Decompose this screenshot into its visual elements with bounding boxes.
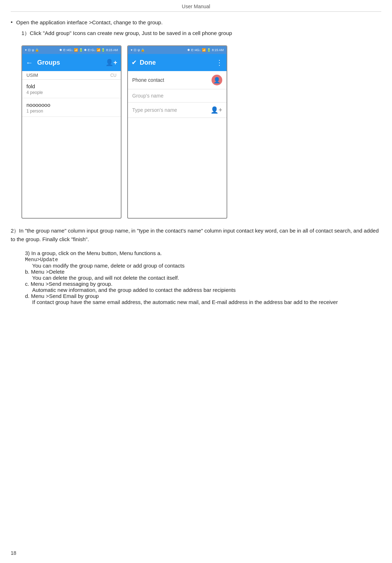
phone-right: ▾ ⊡ ψ 🔒 ✱ E↑4G↓ 📶 🔋 8:15 AM ✔ Done ⋮ Pho…	[127, 45, 227, 219]
section-3-block: 3) In a group, click on the Menu button,…	[11, 250, 381, 305]
back-arrow-icon[interactable]: ←	[26, 59, 33, 67]
menu-delete-container: b. Menu >Delete	[25, 269, 381, 275]
menu-send-msg-container: c. Menu >Send messaging by group.	[25, 281, 381, 287]
battery-icon: 🔋	[79, 48, 83, 52]
list-item[interactable]: fold 4 people	[22, 80, 121, 98]
contact-avatar-icon: 👤	[212, 75, 222, 85]
bluetooth-icon: ✱	[59, 48, 62, 52]
section-3-intro-text: 3) In a group, click on the Menu button,…	[25, 250, 162, 256]
bullet-dot: •	[11, 19, 13, 25]
right-status-bar: ▾ ⊡ ψ 🔒 ✱ E↑4G↓ 📶 🔋 8:15 AM	[128, 46, 227, 54]
wifi-icon-r: ▾	[131, 48, 133, 52]
nooooooo-item-sub: 1 person	[26, 109, 116, 114]
network-icon: E↑4G↓	[63, 48, 73, 52]
left-phone-content: fold 4 people nooooooo 1 person	[22, 80, 121, 217]
check-icon[interactable]: ✔	[132, 59, 137, 66]
screenshots-row: ▾ ⊡ ψ 🔒 ✱ E↑4G↓ 📶 🔋 ✱ E↑G↓ 📶 🔋 8:15 AM ←…	[21, 45, 381, 219]
person-name-row[interactable]: Type person's name 👤+	[128, 103, 227, 118]
list-item[interactable]: nooooooo 1 person	[22, 98, 121, 117]
battery-icon-r: 🔋	[207, 48, 211, 52]
menu-send-email-label: d. Menu >Send Email by group	[25, 293, 381, 299]
page-header: User Manual	[11, 4, 381, 12]
send-email-desc-container: If contact group have the same email add…	[32, 299, 381, 305]
delete-desc-container: You can delete the group, and will not d…	[32, 275, 381, 281]
send-msg-desc-container: Automatic new information, and the group…	[32, 287, 381, 293]
bullet-intro: • Open the application interface >Contac…	[11, 18, 381, 27]
person-name-placeholder[interactable]: Type person's name	[132, 107, 210, 113]
right-status-left-icons: ▾ ⊡ ψ 🔒	[131, 48, 145, 52]
menu-send-email-container: d. Menu >Send Email by group	[25, 293, 381, 299]
menu-update-label: Menu>Update	[25, 256, 381, 263]
menu-send-msg-label: c. Menu >Send messaging by group.	[25, 281, 113, 287]
delete-desc-text: You can delete the group, and will not d…	[32, 275, 381, 281]
page-number: 18	[11, 550, 16, 556]
more-options-icon[interactable]: ⋮	[216, 58, 223, 67]
sub-instruction-1: 1）Click "Add group" Icons can create new…	[21, 29, 381, 38]
menu-update-text: Menu>Update	[25, 257, 58, 263]
lock-icon-r: 🔒	[141, 48, 145, 52]
add-person-icon[interactable]: 👤+	[210, 106, 222, 114]
phone-left: ▾ ⊡ ψ 🔒 ✱ E↑4G↓ 📶 🔋 ✱ E↑G↓ 📶 🔋 8:15 AM ←…	[21, 45, 121, 219]
lock-icon: 🔒	[35, 48, 39, 52]
phone-contact-row: Phone contact 👤	[128, 71, 227, 89]
left-time: ✱ E↑G↓ 📶 🔋 8:15 AM	[84, 48, 118, 52]
fold-item-name: fold	[26, 83, 116, 89]
wifi-icon: ▾	[25, 48, 27, 52]
send-email-desc-text: If contact group have the same email add…	[32, 299, 381, 305]
menu-delete-label: b. Menu >Delete	[25, 269, 381, 275]
person-icon: 👤	[213, 77, 220, 84]
section-usim-label: USIM	[26, 73, 38, 78]
fold-item-sub: 4 people	[26, 90, 116, 95]
send-msg-desc-text: Automatic new information, and the group…	[32, 287, 381, 293]
left-section-header: USIM CU	[22, 71, 121, 80]
left-app-bar: ← Groups 👤+	[22, 54, 121, 71]
signal-icon-r: 📶	[202, 48, 206, 52]
update-desc-text: You can modify the group name, delete or…	[32, 263, 381, 269]
right-done-bar: ✔ Done ⋮	[128, 54, 227, 71]
empty-space-right	[128, 118, 227, 218]
empty-space-left	[22, 117, 121, 217]
left-status-bar: ▾ ⊡ ψ 🔒 ✱ E↑4G↓ 📶 🔋 ✱ E↑G↓ 📶 🔋 8:15 AM	[22, 46, 121, 54]
bluetooth-icon-r: ✱	[187, 48, 190, 52]
group-name-row[interactable]: Group's name	[128, 89, 227, 103]
section-2-text: 2）In "the group name" column input group…	[11, 226, 381, 244]
signal-icon: 📶	[74, 48, 78, 52]
section-3-intro-container: 3) In a group, click on the Menu button,…	[25, 250, 381, 263]
screen-icon: ⊡	[28, 48, 31, 52]
usb-icon-r: ψ	[138, 48, 140, 52]
section-2-block: 2）In "the group name" column input group…	[11, 226, 381, 244]
right-phone-content: Phone contact 👤 Group's name Type person…	[128, 71, 227, 218]
intro-bullet-text: Open the application interface >Contact,…	[16, 18, 163, 27]
phone-contact-label: Phone contact	[132, 77, 164, 83]
nooooooo-item-name: nooooooo	[26, 102, 116, 108]
section-3-intro: 3) In a group, click on the Menu button,…	[25, 250, 381, 256]
right-time: 8:15 AM	[212, 48, 224, 52]
left-status-right-icons: ✱ E↑4G↓ 📶 🔋 ✱ E↑G↓ 📶 🔋 8:15 AM	[59, 48, 118, 52]
done-label: Done	[140, 59, 216, 66]
header-title: User Manual	[182, 4, 210, 9]
left-bar-title: Groups	[37, 59, 102, 66]
group-name-placeholder[interactable]: Group's name	[132, 93, 222, 99]
update-desc-container: You can modify the group name, delete or…	[32, 263, 381, 269]
section-cu-tag: CU	[110, 73, 116, 78]
usb-icon: ψ	[32, 48, 34, 52]
screen-icon-r: ⊡	[134, 48, 137, 52]
left-status-left-icons: ▾ ⊡ ψ 🔒	[25, 48, 39, 52]
add-group-icon[interactable]: 👤+	[105, 59, 117, 66]
right-status-right-icons: ✱ E↑4G↓ 📶 🔋 8:15 AM	[187, 48, 224, 52]
network-icon-r: E↑4G↓	[191, 48, 201, 52]
